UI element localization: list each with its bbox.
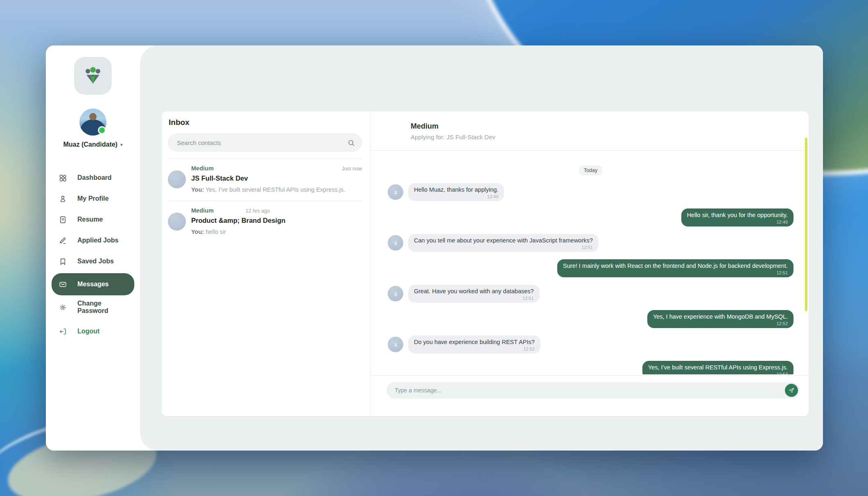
conversation-company: Medium: [191, 165, 214, 172]
sidebar-item-label: Messages: [77, 281, 109, 288]
user-icon: [59, 195, 67, 203]
messages-card: Inbox Medium Just now JS Full-Stack Dev …: [162, 111, 809, 416]
chat-panel: Medium Applying for: JS Full-Stack Dev T…: [371, 111, 809, 416]
message-timestamp: 12:52: [414, 347, 535, 352]
message-list: Today Hello Muaz, thanks for applying. 1…: [371, 151, 809, 374]
message-composer: [371, 375, 809, 416]
conversation-preview: You: hello sir: [191, 228, 353, 236]
logout-label: Logout: [77, 328, 99, 335]
conversation-timestamp: 12 hrs ago: [246, 208, 270, 214]
message-bubble: Can you tell me about your experience wi…: [408, 234, 599, 252]
user-menu[interactable]: Muaz (Candidate) ▾: [46, 141, 140, 148]
inbox-panel: Inbox Medium Just now JS Full-Stack Dev …: [162, 111, 371, 416]
sender-avatar: [388, 337, 403, 352]
sidebar-item-my-profile[interactable]: My Profile: [52, 190, 134, 208]
message-row: Great. Have you worked with any database…: [388, 285, 793, 303]
profile-section: Muaz (Candidate) ▾: [46, 109, 140, 148]
contact-avatar: [168, 213, 186, 231]
message-row: Hello sir, thank you for the opportunity…: [388, 208, 793, 226]
contact-avatar: [168, 170, 186, 188]
app-window: Muaz (Candidate) ▾ Dashboard My Profile …: [46, 45, 823, 451]
message-timestamp: 12:52: [653, 321, 788, 326]
message-row: Can you tell me about your experience wi…: [388, 234, 793, 252]
envelope-icon: [59, 280, 67, 289]
bookmark-icon: [59, 257, 67, 266]
conversation-company: Medium: [191, 207, 214, 214]
user-name: Muaz (Candidate): [63, 141, 118, 148]
sender-avatar: [388, 286, 403, 301]
sidebar-item-label: Saved Jobs: [77, 258, 114, 265]
chevron-down-icon: ▾: [120, 142, 123, 147]
user-avatar: [79, 109, 106, 136]
sender-avatar: [388, 184, 403, 200]
sidebar-item-label: Applied Jobs: [77, 237, 118, 244]
mini-person-icon: [393, 189, 399, 195]
message-timestamp: 12:51: [563, 270, 788, 276]
inbox-title: Inbox: [169, 118, 362, 127]
sender-avatar: [388, 235, 403, 251]
message-bubble: Do you have experience building REST API…: [408, 335, 540, 353]
pencil-icon: [59, 236, 67, 245]
mini-person-icon: [393, 291, 399, 297]
mini-person-icon: [393, 342, 399, 348]
sidebar-item-dashboard[interactable]: Dashboard: [52, 169, 134, 187]
logout-icon: [59, 327, 67, 336]
conversation-timestamp: Just now: [342, 166, 362, 172]
message-timestamp: 12:51: [414, 245, 593, 250]
conversation-list: Medium Just now JS Full-Stack Dev You: Y…: [168, 159, 362, 243]
search-input[interactable]: [176, 139, 344, 147]
message-bubble: Hello Muaz, thanks for applying. 12:49: [408, 183, 504, 201]
sidebar-item-resume[interactable]: Resume: [52, 211, 134, 229]
send-button[interactable]: [785, 384, 798, 397]
message-timestamp: 12:49: [687, 220, 788, 225]
sidebar-item-saved-jobs[interactable]: Saved Jobs: [52, 252, 134, 270]
content-area: Inbox Medium Just now JS Full-Stack Dev …: [140, 45, 823, 451]
conversation-list-item[interactable]: Medium 12 hrs ago Product &amp; Brand De…: [168, 201, 362, 243]
sidebar-item-logout[interactable]: Logout: [52, 322, 134, 340]
sidebar-item-label: Change Password: [77, 300, 127, 315]
sidebar-item-change-password[interactable]: Change Password: [52, 298, 134, 316]
search-contacts: [168, 134, 362, 152]
message-bubble: Sure! I mainly work with React on the fr…: [557, 259, 793, 277]
date-separator: Today: [579, 165, 602, 175]
online-status-dot: [98, 126, 106, 134]
message-row: Hello Muaz, thanks for applying. 12:49: [388, 183, 793, 201]
mini-person-icon: [393, 240, 399, 246]
chat-scrollbar-thumb[interactable]: [805, 138, 807, 311]
conversation-job-title: JS Full-Stack Dev: [191, 174, 362, 182]
sidebar-item-label: Dashboard: [77, 174, 112, 181]
conversation-preview: You: Yes, I’ve built several RESTful API…: [191, 186, 353, 194]
sidebar-item-label: My Profile: [77, 195, 108, 202]
chat-header: Medium Applying for: JS Full-Stack Dev: [371, 111, 809, 151]
sidebar-item-label: Resume: [77, 216, 103, 223]
chat-subtitle: Applying for: JS Full-Stack Dev: [411, 134, 809, 140]
message-row: Yes, I’ve built several RESTful APIs usi…: [388, 361, 793, 374]
message-bubble: Yes, I have experience with MongoDB and …: [647, 310, 793, 328]
search-icon: [347, 139, 355, 147]
document-icon: [59, 215, 67, 224]
message-timestamp: 12:51: [414, 296, 534, 301]
message-timestamp: 12:49: [414, 194, 498, 199]
message-row: Yes, I have experience with MongoDB and …: [388, 310, 793, 328]
message-row: Do you have experience building REST API…: [388, 335, 793, 353]
sidebar-item-applied-jobs[interactable]: Applied Jobs: [52, 231, 134, 249]
chat-company-name: Medium: [411, 122, 809, 131]
preview-sender-prefix: You:: [191, 229, 204, 235]
message-bubble: Great. Have you worked with any database…: [408, 285, 540, 303]
message-timestamp: 12:53: [648, 372, 788, 374]
gear-icon: [59, 303, 67, 312]
sidebar-item-messages[interactable]: Messages: [52, 273, 134, 295]
conversation-list-item[interactable]: Medium Just now JS Full-Stack Dev You: Y…: [168, 159, 362, 201]
message-input[interactable]: [394, 387, 785, 394]
sidebar-nav: Dashboard My Profile Resume Applied Jobs…: [46, 169, 140, 316]
sidebar: Muaz (Candidate) ▾ Dashboard My Profile …: [46, 45, 140, 451]
app-logo-icon: [74, 57, 112, 95]
message-input-pill: [387, 382, 800, 399]
message-row: Sure! I mainly work with React on the fr…: [388, 259, 793, 277]
message-bubble: Yes, I’ve built several RESTful APIs usi…: [642, 361, 793, 374]
dashboard-grid-icon: [59, 174, 67, 182]
send-plane-icon: [788, 387, 795, 394]
preview-sender-prefix: You:: [191, 186, 204, 193]
message-bubble: Hello sir, thank you for the opportunity…: [681, 208, 793, 226]
conversation-job-title: Product &amp; Brand Design: [191, 217, 362, 224]
